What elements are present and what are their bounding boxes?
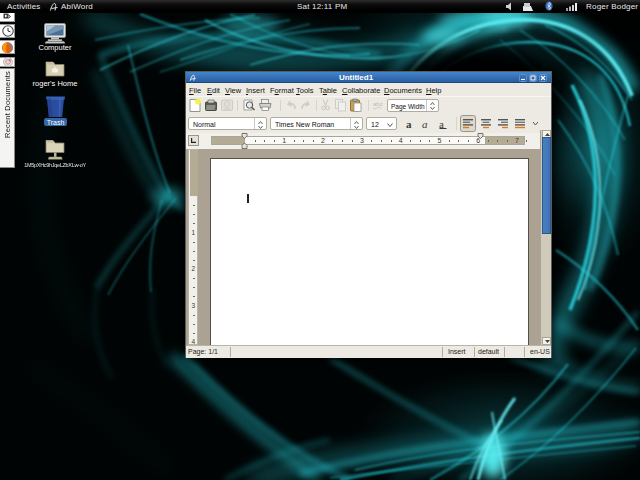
svg-text:a: a — [406, 118, 412, 130]
svg-text:abc: abc — [373, 101, 383, 107]
svg-text:a: a — [439, 118, 444, 130]
svg-text:a: a — [422, 118, 428, 130]
